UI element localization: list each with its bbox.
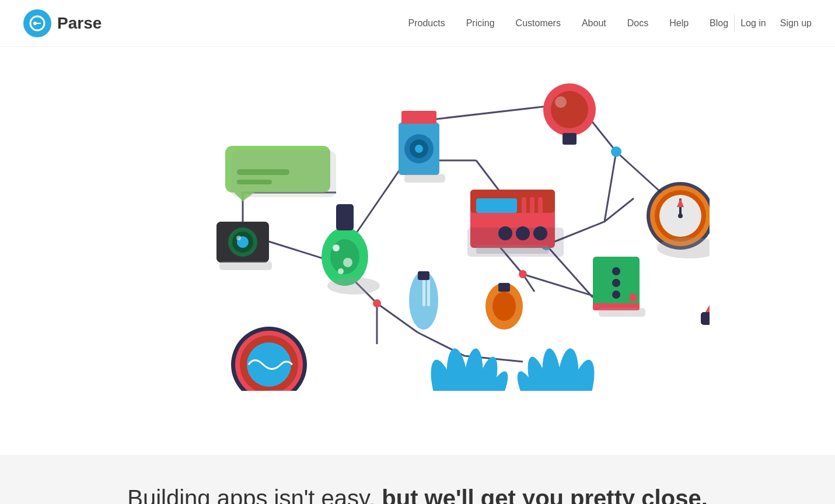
- svg-point-20: [327, 277, 380, 295]
- svg-rect-48: [422, 280, 425, 306]
- tagline-normal: Building apps isn't easy,: [127, 485, 375, 504]
- svg-point-55: [629, 293, 637, 302]
- logo-link[interactable]: Parse: [23, 9, 102, 37]
- svg-rect-13: [231, 150, 336, 197]
- nav-help[interactable]: Help: [669, 18, 689, 28]
- svg-point-16: [330, 239, 359, 274]
- svg-point-26: [415, 145, 423, 153]
- nav-customers[interactable]: Customers: [516, 18, 561, 28]
- nav-signup[interactable]: Sign up: [780, 18, 812, 28]
- svg-rect-42: [467, 228, 564, 257]
- tagline-bold: but we'll get you pretty close.: [375, 485, 708, 504]
- svg-rect-30: [563, 133, 577, 145]
- svg-point-63: [678, 214, 683, 218]
- nav-auth: Log in Sign up: [740, 18, 812, 29]
- svg-point-1: [33, 22, 37, 25]
- svg-rect-44: [498, 283, 510, 292]
- svg-point-18: [343, 258, 352, 267]
- svg-rect-81: [219, 261, 272, 270]
- svg-point-17: [333, 244, 340, 251]
- svg-rect-23: [401, 111, 436, 124]
- nav-about[interactable]: About: [582, 18, 606, 28]
- bottom-section: Building apps isn't easy, but we'll get …: [0, 455, 835, 504]
- svg-point-6: [519, 270, 527, 278]
- svg-rect-34: [476, 198, 517, 213]
- nav-right: Products Pricing Customers About Docs He…: [408, 15, 812, 32]
- svg-point-54: [612, 290, 620, 299]
- svg-point-80: [236, 236, 241, 240]
- logo-icon: [23, 9, 51, 37]
- nav-products[interactable]: Products: [408, 18, 445, 28]
- svg-rect-35: [522, 197, 526, 214]
- nav-login[interactable]: Log in: [740, 18, 766, 28]
- svg-point-29: [551, 91, 588, 128]
- nav-docs[interactable]: Docs: [627, 18, 648, 28]
- svg-rect-49: [427, 280, 430, 306]
- hero-section: [0, 47, 835, 455]
- logo-svg: [29, 15, 46, 32]
- navbar: Parse Products Pricing Customers About D…: [0, 0, 835, 47]
- svg-rect-37: [538, 197, 543, 214]
- svg-point-52: [612, 267, 620, 275]
- svg-rect-73: [701, 312, 710, 325]
- svg-point-45: [492, 292, 516, 321]
- svg-rect-15: [336, 204, 354, 230]
- svg-rect-47: [418, 271, 429, 280]
- svg-point-85: [247, 342, 291, 387]
- svg-point-7: [611, 146, 621, 157]
- svg-point-53: [612, 279, 620, 287]
- tagline: Building apps isn't easy, but we'll get …: [0, 484, 835, 504]
- nav-blog[interactable]: Blog: [710, 18, 728, 28]
- hero-illustration: [126, 47, 710, 391]
- nav-links: Products Pricing Customers About Docs He…: [408, 18, 729, 29]
- svg-rect-36: [530, 197, 534, 214]
- svg-point-19: [338, 268, 344, 274]
- nav-pricing[interactable]: Pricing: [466, 18, 495, 28]
- logo-text: Parse: [57, 14, 102, 33]
- svg-rect-27: [404, 174, 445, 183]
- nav-divider: [734, 15, 735, 32]
- svg-point-31: [555, 96, 567, 108]
- svg-point-4: [373, 299, 381, 307]
- illustration-container: [126, 47, 710, 391]
- svg-rect-57: [599, 308, 645, 317]
